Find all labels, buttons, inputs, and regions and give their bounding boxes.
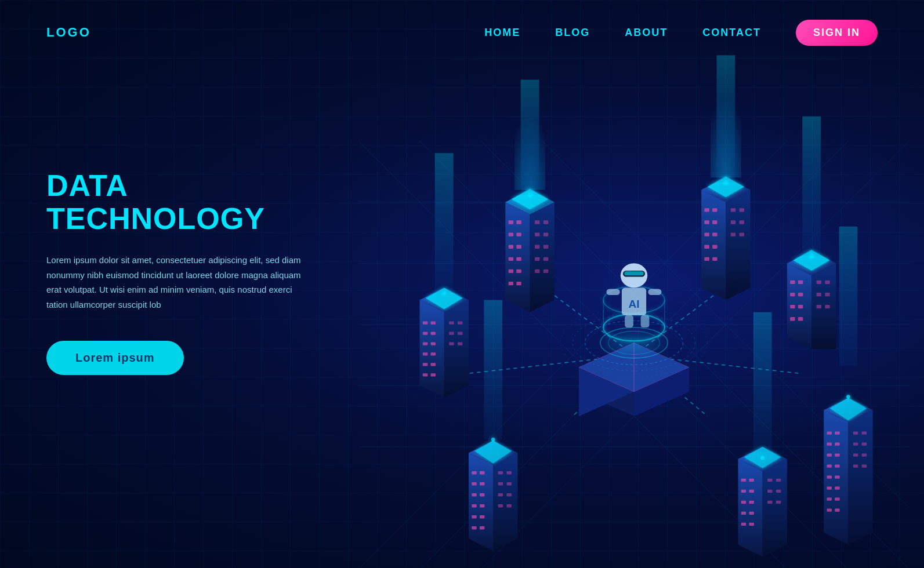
svg-rect-140 [741, 512, 746, 515]
svg-rect-100 [449, 322, 454, 325]
svg-rect-28 [516, 257, 521, 261]
nav-blog[interactable]: BLOG [555, 27, 590, 39]
svg-rect-90 [423, 332, 427, 334]
svg-rect-30 [516, 270, 521, 273]
svg-rect-155 [835, 432, 839, 435]
svg-rect-116 [472, 504, 476, 507]
svg-rect-149 [776, 501, 781, 504]
svg-rect-57 [704, 257, 709, 261]
svg-rect-53 [704, 232, 709, 236]
svg-rect-213 [802, 116, 821, 256]
svg-rect-75 [798, 305, 803, 308]
svg-rect-139 [749, 501, 753, 504]
svg-rect-74 [790, 305, 795, 308]
svg-rect-170 [853, 432, 858, 435]
svg-rect-63 [731, 232, 735, 236]
main-title: DATA TECHNOLOGY [46, 169, 313, 235]
svg-rect-99 [431, 373, 436, 376]
svg-rect-200 [641, 315, 650, 327]
svg-rect-168 [827, 509, 832, 512]
svg-rect-29 [509, 270, 513, 273]
svg-rect-37 [535, 245, 539, 249]
svg-rect-105 [458, 342, 462, 345]
svg-rect-214 [435, 153, 454, 293]
cta-button[interactable]: Lorem ipsum [46, 341, 184, 375]
svg-rect-77 [798, 317, 803, 321]
svg-rect-83 [825, 305, 829, 308]
svg-marker-19 [530, 202, 555, 312]
svg-rect-73 [798, 293, 803, 296]
nav-links: HOME BLOG ABOUT CONTACT SIGN IN [484, 20, 878, 46]
svg-rect-39 [535, 257, 539, 261]
svg-rect-58 [712, 257, 717, 261]
svg-rect-147 [776, 490, 781, 493]
nav-about[interactable]: ABOUT [625, 27, 668, 39]
svg-rect-55 [704, 245, 709, 249]
svg-rect-163 [835, 476, 839, 479]
svg-rect-95 [431, 352, 436, 355]
svg-rect-160 [827, 465, 832, 468]
svg-rect-60 [740, 208, 744, 212]
isometric-scene: AI [344, 19, 924, 568]
svg-rect-156 [827, 443, 832, 446]
svg-rect-126 [498, 493, 503, 496]
svg-rect-142 [741, 523, 746, 526]
svg-rect-82 [817, 305, 821, 308]
svg-rect-81 [825, 293, 829, 296]
svg-rect-164 [827, 487, 832, 490]
svg-rect-25 [509, 245, 513, 249]
svg-rect-89 [431, 322, 436, 325]
content-area: DATA TECHNOLOGY Lorem ipsum dolor sit am… [0, 65, 924, 568]
nav-contact[interactable]: CONTACT [702, 27, 761, 39]
svg-rect-110 [472, 471, 476, 474]
svg-rect-102 [449, 332, 454, 334]
svg-rect-52 [712, 220, 717, 224]
signin-button[interactable]: SIGN IN [796, 20, 878, 46]
svg-rect-135 [749, 479, 753, 482]
svg-rect-194 [624, 271, 644, 275]
svg-rect-141 [749, 512, 753, 515]
svg-rect-158 [827, 454, 832, 457]
nav-home[interactable]: HOME [484, 27, 520, 39]
svg-rect-23 [509, 232, 513, 236]
svg-rect-113 [480, 482, 484, 485]
svg-rect-80 [817, 293, 821, 296]
svg-rect-91 [431, 332, 436, 334]
svg-rect-103 [458, 332, 462, 334]
svg-rect-146 [767, 490, 772, 493]
svg-rect-177 [862, 465, 867, 468]
svg-rect-115 [480, 493, 484, 496]
svg-rect-97 [431, 363, 436, 366]
svg-rect-154 [827, 432, 832, 435]
svg-rect-123 [506, 471, 511, 474]
svg-rect-138 [741, 501, 746, 504]
svg-rect-34 [543, 220, 548, 224]
svg-rect-92 [423, 342, 427, 345]
svg-rect-71 [798, 281, 803, 284]
logo[interactable]: LOGO [46, 25, 91, 40]
svg-rect-144 [767, 479, 772, 482]
svg-marker-132 [763, 459, 787, 557]
svg-marker-68 [811, 263, 836, 349]
svg-rect-94 [423, 352, 427, 355]
svg-rect-112 [472, 482, 476, 485]
svg-rect-88 [423, 322, 427, 325]
svg-rect-98 [423, 373, 427, 376]
svg-point-187 [597, 326, 671, 360]
svg-rect-111 [480, 471, 484, 474]
svg-rect-124 [498, 482, 503, 485]
svg-rect-33 [535, 220, 539, 224]
svg-marker-86 [444, 300, 469, 398]
svg-rect-59 [731, 208, 735, 212]
svg-rect-76 [790, 317, 795, 321]
svg-marker-107 [469, 453, 493, 551]
svg-rect-148 [767, 501, 772, 504]
svg-rect-114 [472, 493, 476, 496]
svg-rect-120 [472, 526, 476, 529]
svg-rect-127 [506, 493, 511, 496]
svg-rect-162 [827, 476, 832, 479]
svg-rect-24 [516, 232, 521, 236]
svg-rect-72 [790, 293, 795, 296]
svg-rect-49 [704, 208, 709, 212]
svg-rect-143 [749, 523, 753, 526]
